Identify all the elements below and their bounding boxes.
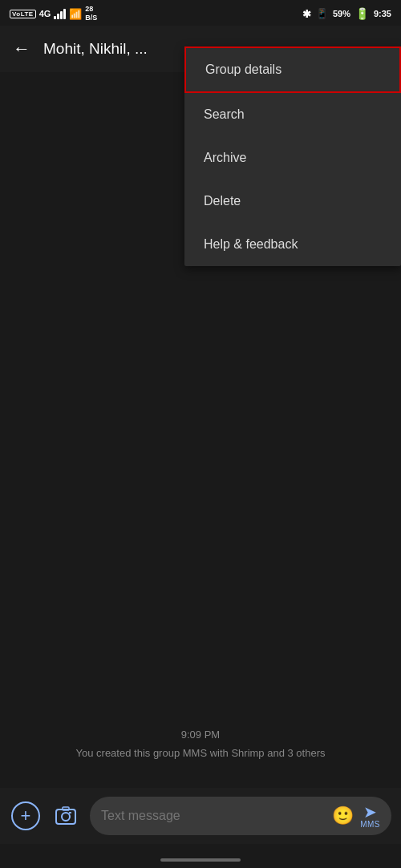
battery-icon: 🔋 — [355, 7, 369, 20]
status-bar: VoLTE 4G 📶 28 B/S ✱ 📱 59% 🔋 9:35 — [0, 0, 401, 26]
menu-item-archive[interactable]: Archive — [184, 136, 401, 180]
network-type: 4G — [39, 9, 51, 18]
text-input-area: 🙂 ➤ MMS — [90, 797, 391, 835]
add-circle-icon: + — [11, 801, 40, 830]
menu-item-help-feedback[interactable]: Help & feedback — [184, 223, 401, 266]
data-speed: 28 B/S — [85, 5, 97, 22]
svg-rect-3 — [69, 812, 71, 813]
add-button[interactable]: + — [10, 800, 42, 832]
clock: 9:35 — [374, 9, 391, 18]
send-button[interactable]: ➤ MMS — [360, 804, 380, 829]
send-label: MMS — [360, 820, 380, 829]
bluetooth-icon: ✱ — [302, 8, 311, 20]
image-attach-button[interactable] — [50, 800, 82, 832]
status-left: VoLTE 4G 📶 28 B/S — [10, 5, 97, 22]
message-timestamp: 9:09 PM — [181, 729, 220, 741]
image-icon — [51, 801, 80, 830]
menu-item-search[interactable]: Search — [184, 93, 401, 136]
sim-icon: 📱 — [316, 8, 328, 19]
menu-item-group-details[interactable]: Group details — [184, 46, 401, 93]
menu-item-delete[interactable]: Delete — [184, 180, 401, 223]
svg-rect-0 — [56, 809, 75, 824]
emoji-button[interactable]: 🙂 — [332, 805, 354, 826]
system-message: You created this group MMS with Shrimp a… — [60, 747, 342, 759]
signal-bars-icon — [54, 8, 66, 19]
back-button[interactable]: ← — [13, 38, 30, 59]
bottom-bar: + 🙂 ➤ MMS — [0, 788, 401, 844]
svg-point-1 — [62, 813, 70, 821]
volte-badge: VoLTE — [10, 10, 36, 18]
status-right: ✱ 📱 59% 🔋 9:35 — [302, 7, 391, 20]
text-message-input[interactable] — [101, 809, 326, 823]
wifi-icon: 📶 — [69, 8, 82, 20]
battery-level: 59% — [333, 9, 350, 18]
dropdown-menu: Group details Search Archive Delete Help… — [184, 46, 401, 266]
send-icon: ➤ — [363, 804, 377, 820]
home-indicator — [160, 858, 241, 862]
